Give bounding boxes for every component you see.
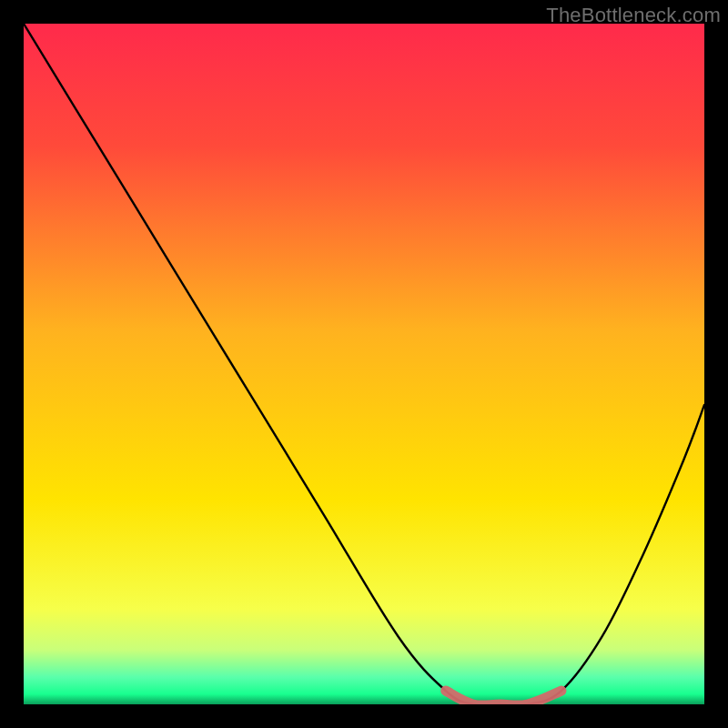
bottleneck-chart — [24, 24, 704, 704]
watermark-text: TheBottleneck.com — [546, 4, 721, 27]
plot-frame — [24, 24, 704, 704]
gradient-background — [24, 24, 704, 704]
